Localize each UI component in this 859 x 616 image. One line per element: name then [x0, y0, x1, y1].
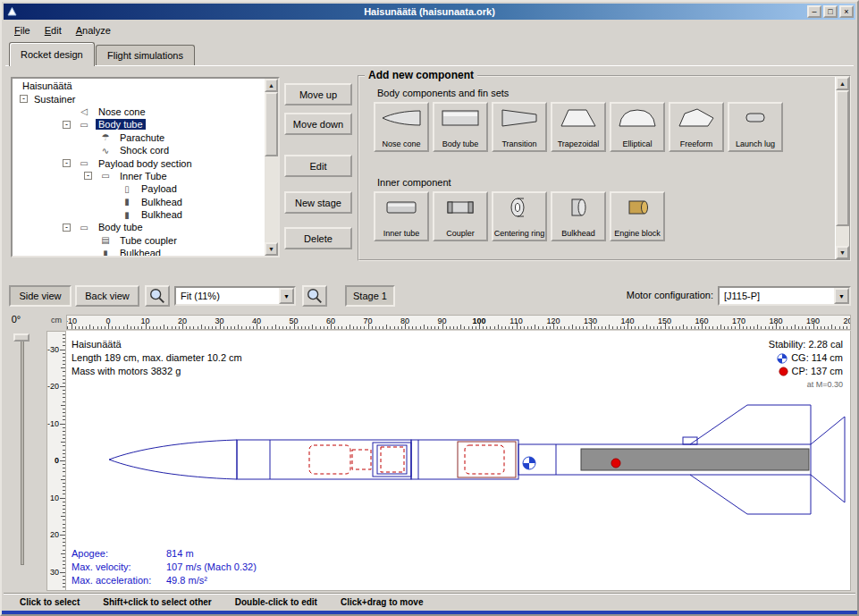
add-panel-scrollbar-thumb[interactable] — [836, 90, 849, 226]
body-tube-shape[interactable] — [237, 440, 411, 479]
move-down-button[interactable]: Move down — [284, 113, 352, 135]
edit-button[interactable]: Edit — [284, 155, 352, 177]
centeringring-icon — [499, 196, 540, 221]
menu-edit[interactable]: Edit — [38, 22, 69, 38]
tree-item-bulkhead[interactable]: ▮Bulkhead — [13, 247, 263, 257]
tree-item-label: Body tube — [96, 119, 146, 130]
add-coupler-button[interactable]: Coupler — [433, 191, 488, 241]
rotation-slider-thumb[interactable] — [13, 333, 29, 342]
tree-item-shock-cord[interactable]: ∿Shock cord — [13, 144, 263, 156]
stability-value: Stability: 2.28 cal — [769, 338, 843, 351]
titlebar[interactable]: Haisunäätä (haisunaata.ork) – □ × — [4, 4, 855, 20]
scroll-up-icon[interactable]: ▲ — [836, 77, 849, 90]
tree-item-label: Bulkhead — [117, 248, 164, 257]
add-panel-scrollbar[interactable]: ▲ ▼ — [835, 77, 849, 259]
rear-fin-shape[interactable] — [811, 417, 845, 502]
tree-item-parachute[interactable]: ☂Parachute — [13, 131, 263, 144]
add-nosecone-button[interactable]: Nose cone — [374, 102, 429, 152]
add-trapezoidal-button[interactable]: Trapezoidal — [551, 102, 606, 152]
tree-scrollbar[interactable]: ▲ ▼ — [264, 79, 278, 256]
tree-item-tube-coupler[interactable]: ▤Tube coupler — [13, 234, 263, 247]
shock-cord-shape[interactable] — [352, 450, 371, 469]
tree-item-sustainer[interactable]: -Sustainer — [13, 92, 263, 105]
tree-item-bulkhead[interactable]: ▮Bulkhead — [13, 208, 263, 221]
launchlug-icon — [735, 106, 776, 131]
side-view-button[interactable]: Side view — [9, 285, 72, 307]
delete-button[interactable]: Delete — [284, 227, 352, 249]
tree-item-body-tube[interactable]: -▭Body tube — [13, 118, 263, 131]
add-innertube-button[interactable]: Inner tube — [374, 191, 429, 241]
inner-tube-contents-shape[interactable] — [465, 445, 504, 474]
add-centeringring-button[interactable]: Centering ring — [492, 191, 547, 241]
ruler-tick — [63, 486, 65, 487]
component-tree[interactable]: Haisunäätä-Sustainer◁Nose cone-▭Body tub… — [11, 77, 280, 257]
tree-item-body-tube[interactable]: -▭Body tube — [13, 221, 263, 233]
ruler-tick — [420, 326, 421, 329]
zoom-select[interactable]: Fit (11%) ▼ — [174, 286, 296, 306]
nose-cone-shape[interactable] — [109, 440, 237, 479]
back-view-button[interactable]: Back view — [75, 285, 139, 307]
scroll-up-icon[interactable]: ▲ — [265, 79, 278, 92]
bottom-fin-shape[interactable] — [690, 475, 811, 514]
tab-flight-simulations[interactable]: Flight simulations — [96, 45, 195, 65]
add-engineblock-button[interactable]: Engine block — [610, 191, 665, 241]
tree-collapse-icon[interactable]: - — [63, 224, 71, 232]
ruler-tick — [320, 326, 321, 329]
ruler-tick — [223, 326, 224, 329]
tree-item-inner-tube[interactable]: -▭Inner Tube — [13, 170, 263, 182]
add-bodytube-button[interactable]: Body tube — [433, 102, 488, 152]
add-elliptical-button[interactable]: Elliptical — [610, 102, 665, 152]
ruler-tick — [238, 325, 239, 329]
chevron-down-icon[interactable]: ▼ — [834, 288, 849, 304]
tree-item-haisunäätä[interactable]: Haisunäätä — [13, 80, 263, 92]
rocket-canvas[interactable]: Haisunäätä Length 189 cm, max. diameter … — [66, 331, 851, 591]
rotation-slider-track[interactable] — [21, 334, 24, 565]
tab-rocket-design[interactable]: Rocket design — [9, 42, 95, 66]
tree-item-payload-body-section[interactable]: -▭Payload body section — [13, 156, 263, 169]
zoom-out-button[interactable] — [302, 285, 327, 307]
zoom-in-button[interactable] — [145, 285, 170, 307]
minimize-button[interactable]: – — [807, 5, 821, 18]
bulkhead-icon — [558, 196, 599, 221]
add-bulkhead-button[interactable]: Bulkhead — [551, 191, 606, 241]
tree-scrollbar-thumb[interactable] — [265, 92, 278, 156]
top-fin-shape[interactable] — [690, 405, 811, 444]
tree-item-nose-cone[interactable]: ◁Nose cone — [13, 105, 263, 118]
move-up-button[interactable]: Move up — [284, 83, 352, 105]
add-freeform-button[interactable]: Freeform — [669, 102, 724, 152]
tree-collapse-icon[interactable]: - — [84, 172, 92, 180]
ruler-tick — [686, 326, 687, 329]
ruler-tick — [349, 325, 350, 329]
menu-analyze[interactable]: Analyze — [69, 22, 118, 38]
apogee-label: Apogee: — [72, 547, 166, 561]
motor-configuration-value: [J115-P] — [724, 291, 760, 301]
menu-file[interactable]: File — [7, 22, 38, 38]
close-button[interactable]: × — [839, 5, 854, 18]
ruler-label: 0 — [105, 316, 110, 325]
tree-collapse-icon[interactable]: - — [20, 95, 28, 103]
tube-coupler-shape[interactable] — [458, 442, 516, 477]
stage-1-toggle[interactable]: Stage 1 — [345, 285, 395, 307]
tree-collapse-icon[interactable]: - — [63, 159, 71, 167]
ruler-tick — [646, 325, 647, 329]
scroll-down-icon[interactable]: ▼ — [265, 242, 278, 256]
tree-item-payload[interactable]: ▯Payload — [13, 182, 263, 195]
ruler-tick — [279, 326, 280, 329]
chevron-down-icon[interactable]: ▼ — [279, 288, 294, 304]
scroll-down-icon[interactable]: ▼ — [836, 246, 849, 259]
component-button-label: Coupler — [446, 229, 475, 240]
body-components-label: Body components and fin sets — [377, 88, 509, 98]
payload-shape[interactable] — [381, 447, 404, 472]
tree-item-bulkhead[interactable]: ▮Bulkhead — [13, 196, 263, 208]
ruler-tick — [631, 326, 632, 329]
parachute-shape[interactable] — [309, 445, 350, 474]
maximize-button[interactable]: □ — [823, 5, 838, 18]
motor-configuration-select[interactable]: [J115-P] ▼ — [718, 286, 851, 306]
add-transition-button[interactable]: Transition — [492, 102, 547, 152]
ruler-tick — [375, 326, 376, 329]
add-launchlug-button[interactable]: Launch lug — [728, 102, 783, 152]
coupler-icon — [440, 196, 481, 221]
new-stage-button[interactable]: New stage — [284, 191, 352, 214]
tree-collapse-icon[interactable]: - — [63, 121, 71, 129]
parachute-icon: ☂ — [96, 132, 115, 142]
